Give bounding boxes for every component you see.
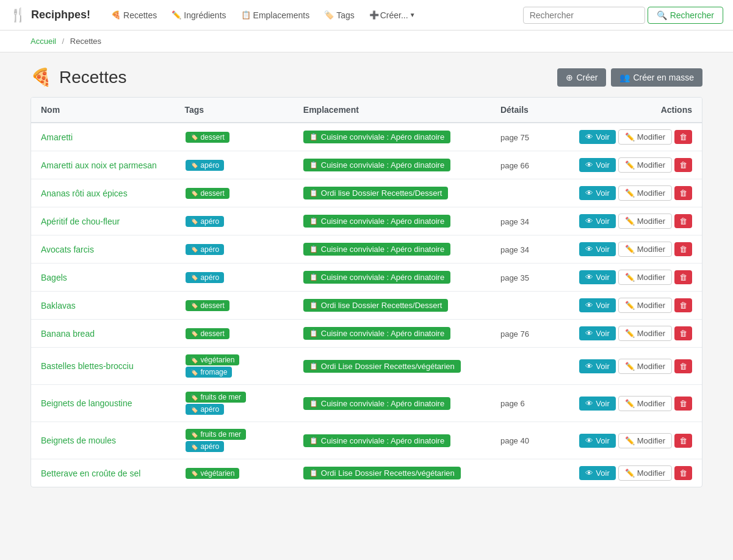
delete-button[interactable]: 🗑 [674, 186, 692, 200]
delete-button[interactable]: 🗑 [674, 270, 692, 284]
recipe-actions: 👁 Voir✏️ Modifier🗑 [569, 123, 702, 151]
modifier-button[interactable]: ✏️ Modifier [618, 326, 672, 341]
voir-button[interactable]: 👁 Voir [579, 466, 615, 480]
emplacement-badge[interactable]: 📋 Cuisine conviviale : Apéro dinatoire [303, 271, 450, 284]
delete-button[interactable]: 🗑 [674, 242, 692, 256]
emplacement-badge[interactable]: 📋 Ordi Lise Dossier Recettes/végétarien [303, 467, 461, 479]
recipe-details: page 40 [491, 422, 569, 459]
nav-ingredients[interactable]: ✏️ Ingrédients [165, 7, 232, 24]
emplacement-badge[interactable]: 📋 Cuisine conviviale : Apéro dinatoire [303, 434, 450, 447]
tag-badge: 🏷️ fruits de mer [186, 429, 246, 440]
delete-button[interactable]: 🗑 [674, 130, 692, 144]
modifier-button[interactable]: ✏️ Modifier [618, 298, 672, 313]
emplacement-badge[interactable]: 📋 Cuisine conviviale : Apéro dinatoire [303, 243, 450, 256]
delete-button[interactable]: 🗑 [674, 298, 692, 312]
create-button[interactable]: ⊕ Créer [557, 68, 606, 87]
modifier-button[interactable]: ✏️ Modifier [618, 396, 672, 411]
trash-icon: 🗑 [679, 132, 687, 142]
recipe-name-link[interactable]: Baklavas [41, 301, 76, 311]
recipe-emplacement: 📋 Cuisine conviviale : Apéro dinatoire [294, 207, 491, 235]
tag-icon: 🏷️ [190, 162, 198, 168]
search-button[interactable]: 🔍 Rechercher [648, 7, 723, 24]
delete-button[interactable]: 🗑 [674, 158, 692, 172]
nav-emplacements[interactable]: 📋 Emplacements [235, 7, 316, 24]
emplacement-badge[interactable]: 📋 Ordi lise Dossier Recettes/Dessert [303, 187, 449, 199]
voir-button[interactable]: 👁 Voir [579, 434, 615, 448]
recipe-name-link[interactable]: Avocats farcis [41, 245, 94, 254]
emplacement-badge[interactable]: 📋 Ordi Lise Dossier Recettes/végétarien [303, 360, 461, 373]
voir-button[interactable]: 👁 Voir [579, 158, 615, 172]
recipe-name-link[interactable]: Apéritif de chou-fleur [41, 217, 120, 226]
nav-tags[interactable]: 🏷️ Tags [318, 7, 361, 24]
voir-button[interactable]: 👁 Voir [579, 298, 615, 312]
voir-button[interactable]: 👁 Voir [579, 359, 615, 373]
voir-button[interactable]: 👁 Voir [579, 186, 615, 200]
nav-recettes-label: Recettes [123, 10, 157, 20]
recipe-name-link[interactable]: Bastelles blettes-brocciu [41, 361, 134, 371]
delete-button[interactable]: 🗑 [674, 466, 692, 480]
actions-cell: 👁 Voir✏️ Modifier🗑 [579, 433, 692, 448]
actions-cell: 👁 Voir✏️ Modifier🗑 [579, 185, 692, 201]
emplacement-icon: 📋 [309, 301, 318, 309]
recipe-details: page 34 [491, 207, 569, 235]
tag-badge: 🏷️ apéro [186, 404, 224, 415]
emplacement-badge[interactable]: 📋 Cuisine conviviale : Apéro dinatoire [303, 159, 450, 171]
modifier-button[interactable]: ✏️ Modifier [618, 433, 672, 448]
recipe-name-link[interactable]: Banana bread [41, 329, 95, 339]
recipe-name-link[interactable]: Beignets de moules [41, 436, 116, 445]
col-header-emplacement: Emplacement [294, 98, 491, 123]
modifier-button[interactable]: ✏️ Modifier [618, 465, 672, 481]
recipe-name-link[interactable]: Amaretti aux noix et parmesan [41, 160, 157, 170]
recipe-tags: 🏷️ apéro [175, 264, 293, 292]
recipe-emplacement: 📋 Cuisine conviviale : Apéro dinatoire [294, 123, 491, 151]
emplacement-badge[interactable]: 📋 Cuisine conviviale : Apéro dinatoire [303, 327, 450, 340]
edit-icon: ✏️ [625, 132, 635, 142]
emplacement-badge[interactable]: 📋 Cuisine conviviale : Apéro dinatoire [303, 131, 450, 143]
create-mass-button[interactable]: 👥 Créer en masse [611, 68, 702, 87]
voir-button[interactable]: 👁 Voir [579, 214, 615, 228]
app-brand[interactable]: 🍴 Reciphpes! [10, 7, 90, 23]
recipe-emplacement: 📋 Cuisine conviviale : Apéro dinatoire [294, 422, 491, 459]
modifier-button[interactable]: ✏️ Modifier [618, 129, 672, 145]
tags-icon: 🏷️ [324, 10, 334, 20]
recipe-name-link[interactable]: Betterave en croûte de sel [41, 468, 140, 478]
recipe-emplacement: 📋 Ordi lise Dossier Recettes/Dessert [294, 179, 491, 207]
voir-button[interactable]: 👁 Voir [579, 242, 615, 256]
modifier-button[interactable]: ✏️ Modifier [618, 359, 672, 374]
delete-button[interactable]: 🗑 [674, 359, 692, 373]
emplacement-badge[interactable]: 📋 Ordi lise Dossier Recettes/Dessert [303, 299, 449, 312]
search-input[interactable] [523, 7, 645, 24]
recipe-name-link[interactable]: Bagels [41, 273, 67, 282]
modifier-button[interactable]: ✏️ Modifier [618, 157, 672, 173]
voir-button[interactable]: 👁 Voir [579, 326, 615, 340]
nav-ingredients-label: Ingrédients [184, 10, 226, 20]
emplacement-badge[interactable]: 📋 Cuisine conviviale : Apéro dinatoire [303, 397, 450, 410]
voir-button[interactable]: 👁 Voir [579, 130, 615, 144]
voir-button[interactable]: 👁 Voir [579, 270, 615, 284]
edit-icon: ✏️ [625, 273, 635, 282]
modifier-button[interactable]: ✏️ Modifier [618, 214, 672, 229]
delete-button[interactable]: 🗑 [674, 326, 692, 340]
nav-tags-label: Tags [336, 10, 355, 20]
breadcrumb-home[interactable]: Accueil [31, 37, 56, 46]
create-plus-icon: ⊕ [566, 73, 573, 82]
nav-recettes[interactable]: 🍕 Recettes [105, 7, 163, 24]
recipe-name-link[interactable]: Amaretti [41, 132, 73, 142]
col-header-actions: Actions [569, 98, 702, 123]
voir-button[interactable]: 👁 Voir [579, 397, 615, 411]
edit-icon: ✏️ [625, 362, 635, 371]
recipe-name-link[interactable]: Ananas rôti aux épices [41, 188, 128, 198]
emplacement-icon: 📋 [309, 161, 318, 169]
emplacement-badge[interactable]: 📋 Cuisine conviviale : Apéro dinatoire [303, 215, 450, 228]
recipe-name-link[interactable]: Beignets de langoustine [41, 398, 132, 408]
recipe-actions: 👁 Voir✏️ Modifier🗑 [569, 179, 702, 207]
modifier-button[interactable]: ✏️ Modifier [618, 270, 672, 285]
tag-icon: 🏷️ [190, 134, 198, 140]
modifier-button[interactable]: ✏️ Modifier [618, 242, 672, 257]
table-row: Amaretti aux noix et parmesan🏷️ apéro📋 C… [31, 151, 702, 179]
nav-creer-dropdown[interactable]: ➕ Créer... ▼ [363, 7, 422, 24]
delete-button[interactable]: 🗑 [674, 214, 692, 228]
modifier-button[interactable]: ✏️ Modifier [618, 185, 672, 201]
delete-button[interactable]: 🗑 [674, 434, 692, 448]
delete-button[interactable]: 🗑 [674, 397, 692, 411]
